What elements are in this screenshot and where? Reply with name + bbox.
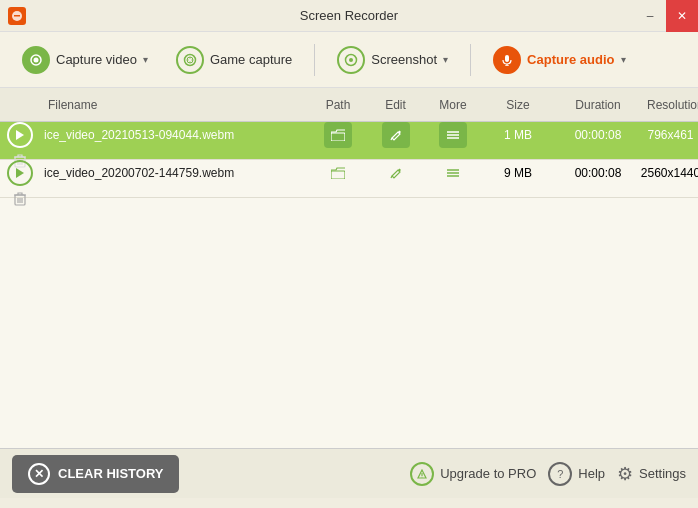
svg-point-4 xyxy=(184,54,195,65)
game-capture-icon xyxy=(176,46,204,74)
minimize-button[interactable]: – xyxy=(634,0,666,32)
col-header-path: Path xyxy=(308,98,368,112)
help-button[interactable]: ? Help xyxy=(548,462,605,486)
edit-button[interactable] xyxy=(382,122,410,148)
size-text: 9 MB xyxy=(504,166,532,180)
duration-cell: 00:00:08 xyxy=(553,166,643,180)
toolbar-divider-2 xyxy=(470,44,471,76)
more-cell[interactable] xyxy=(423,122,483,148)
capture-audio-icon xyxy=(493,46,521,74)
col-header-resolution: Resolution xyxy=(643,98,698,112)
toolbar-divider-1 xyxy=(314,44,315,76)
upgrade-pro-button[interactable]: Upgrade to PRO xyxy=(410,462,536,486)
resolution-cell: 2560x1440 xyxy=(643,166,698,180)
settings-button[interactable]: ⚙ Settings xyxy=(617,463,686,485)
upgrade-icon xyxy=(410,462,434,486)
table-row[interactable]: ice_video_20200702-144759.webm xyxy=(0,160,698,198)
capture-audio-label: Capture audio xyxy=(527,52,614,67)
svg-line-17 xyxy=(391,138,392,140)
col-header-duration: Duration xyxy=(553,98,643,112)
app-icon xyxy=(8,7,26,25)
svg-rect-12 xyxy=(505,55,509,62)
svg-line-28 xyxy=(391,176,392,178)
help-icon: ? xyxy=(548,462,572,486)
resolution-text: 796x461 xyxy=(647,128,693,142)
table-row[interactable]: ice_video_20210513-094044.webm xyxy=(0,122,698,160)
clear-history-button[interactable]: ✕ CLEAR HISTORY xyxy=(12,455,179,493)
more-button[interactable] xyxy=(439,160,467,186)
help-label: Help xyxy=(578,466,605,481)
svg-rect-16 xyxy=(331,133,345,141)
filename-text: ice_video_20200702-144759.webm xyxy=(44,166,234,180)
delete-button[interactable] xyxy=(7,186,33,212)
filename-cell: ice_video_20210513-094044.webm xyxy=(40,128,308,142)
edit-button[interactable] xyxy=(382,160,410,186)
duration-cell: 00:00:08 xyxy=(553,128,643,142)
app-title: Screen Recorder xyxy=(300,8,398,23)
path-cell[interactable] xyxy=(308,160,368,186)
empty-area xyxy=(0,198,698,448)
svg-point-11 xyxy=(349,58,353,62)
col-header-filename: Filename xyxy=(40,98,308,112)
title-bar: Screen Recorder – ✕ xyxy=(0,0,698,32)
capture-video-chevron: ▾ xyxy=(143,54,148,65)
capture-video-label: Capture video xyxy=(56,52,137,67)
svg-rect-27 xyxy=(331,171,345,179)
svg-point-39 xyxy=(422,476,423,477)
capture-video-button[interactable]: Capture video ▾ xyxy=(12,40,158,80)
more-cell[interactable] xyxy=(423,160,483,186)
duration-text: 00:00:08 xyxy=(575,128,622,142)
close-button[interactable]: ✕ xyxy=(666,0,698,32)
settings-icon: ⚙ xyxy=(617,463,633,485)
capture-audio-button[interactable]: Capture audio ▾ xyxy=(483,40,635,80)
delete-cell[interactable] xyxy=(0,186,40,212)
upgrade-pro-label: Upgrade to PRO xyxy=(440,466,536,481)
svg-point-3 xyxy=(34,57,39,62)
play-cell[interactable] xyxy=(0,122,40,148)
window-controls: – ✕ xyxy=(634,0,698,32)
footer: ✕ CLEAR HISTORY Upgrade to PRO ? Help ⚙ … xyxy=(0,448,698,498)
table-header: Filename Path Edit More Size Duration Re… xyxy=(0,88,698,122)
screenshot-icon xyxy=(337,46,365,74)
svg-marker-26 xyxy=(16,168,24,178)
size-text: 1 MB xyxy=(504,128,532,142)
game-capture-label: Game capture xyxy=(210,52,292,67)
edit-cell[interactable] xyxy=(368,160,423,186)
play-cell[interactable] xyxy=(0,160,40,186)
play-button[interactable] xyxy=(7,122,33,148)
path-cell[interactable] xyxy=(308,122,368,148)
screenshot-chevron: ▾ xyxy=(443,54,448,65)
size-cell: 9 MB xyxy=(483,166,553,180)
capture-audio-chevron: ▾ xyxy=(621,54,626,65)
col-header-size: Size xyxy=(483,98,553,112)
resolution-cell: 796x461 xyxy=(643,128,698,142)
path-button[interactable] xyxy=(324,122,352,148)
game-capture-button[interactable]: Game capture xyxy=(166,40,302,80)
clear-history-label: CLEAR HISTORY xyxy=(58,466,163,481)
clear-icon: ✕ xyxy=(28,463,50,485)
edit-cell[interactable] xyxy=(368,122,423,148)
settings-label: Settings xyxy=(639,466,686,481)
more-button[interactable] xyxy=(439,122,467,148)
col-header-more: More xyxy=(423,98,483,112)
play-button[interactable] xyxy=(7,160,33,186)
filename-cell: ice_video_20200702-144759.webm xyxy=(40,166,308,180)
col-header-edit: Edit xyxy=(368,98,423,112)
svg-marker-15 xyxy=(16,130,24,140)
duration-text: 00:00:08 xyxy=(575,166,622,180)
size-cell: 1 MB xyxy=(483,128,553,142)
toolbar: Capture video ▾ Game capture Screenshot … xyxy=(0,32,698,88)
capture-video-icon xyxy=(22,46,50,74)
filename-text: ice_video_20210513-094044.webm xyxy=(44,128,234,142)
screenshot-label: Screenshot xyxy=(371,52,437,67)
screenshot-button[interactable]: Screenshot ▾ xyxy=(327,40,458,80)
svg-rect-1 xyxy=(14,15,20,17)
file-table: Filename Path Edit More Size Duration Re… xyxy=(0,88,698,448)
resolution-text: 2560x1440 xyxy=(641,166,698,180)
path-button[interactable] xyxy=(324,160,352,186)
